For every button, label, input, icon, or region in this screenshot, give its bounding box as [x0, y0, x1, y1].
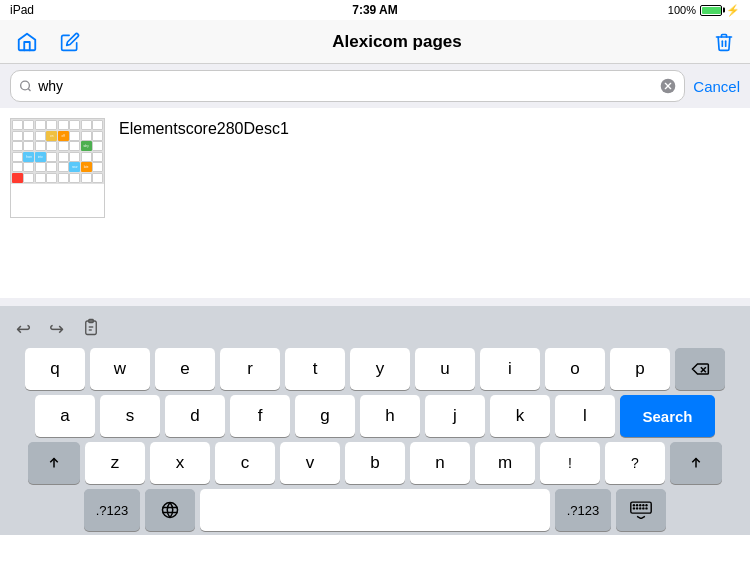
- thumb-grid-inner: as at for of in out who what or but so o…: [11, 119, 104, 184]
- shift-icon: [45, 454, 63, 472]
- redo-button[interactable]: ↪: [45, 316, 68, 342]
- battery-icon: [700, 5, 722, 16]
- thumb-cell: why: [81, 141, 92, 151]
- thumb-cell: right: [58, 173, 69, 183]
- thumb-cell: with: [12, 162, 23, 172]
- thumb-cell: wher: [69, 131, 80, 141]
- num-sym-left-button[interactable]: .?123: [84, 489, 140, 531]
- key-k[interactable]: k: [490, 395, 550, 437]
- search-input[interactable]: [38, 78, 654, 94]
- num-sym-right-button[interactable]: .?123: [555, 489, 611, 531]
- thumb-cell: for: [35, 120, 46, 130]
- key-u[interactable]: u: [415, 348, 475, 390]
- search-key-button[interactable]: Search: [620, 395, 715, 437]
- key-y[interactable]: y: [350, 348, 410, 390]
- key-n[interactable]: n: [410, 442, 470, 484]
- thumb-cell: very: [35, 162, 46, 172]
- search-input-wrap: [10, 70, 685, 102]
- key-c[interactable]: c: [215, 442, 275, 484]
- thumb-cell: off: [58, 131, 69, 141]
- thumb-cell: somet: [35, 173, 46, 183]
- search-bar-container: Cancel: [0, 64, 750, 108]
- thumb-cell: when: [81, 131, 92, 141]
- thumb-cell: on: [46, 131, 57, 141]
- thumb-cell: at: [23, 120, 34, 130]
- key-g[interactable]: g: [295, 395, 355, 437]
- content-area: as at for of in out who what or but so o…: [0, 108, 750, 298]
- key-m[interactable]: m: [475, 442, 535, 484]
- key-j[interactable]: j: [425, 395, 485, 437]
- key-v[interactable]: v: [280, 442, 340, 484]
- cancel-button[interactable]: Cancel: [693, 74, 740, 99]
- thumb-cell: after: [92, 152, 103, 162]
- shift-left-button[interactable]: [28, 442, 80, 484]
- thumb-cell: of: [46, 120, 57, 130]
- thumb-cell: into: [35, 152, 46, 162]
- thumb-cell: first: [69, 173, 80, 183]
- kb-row-1: q w e r t y u i o p: [4, 348, 746, 390]
- key-f[interactable]: f: [230, 395, 290, 437]
- key-w[interactable]: w: [90, 348, 150, 390]
- thumb-cell: alway: [23, 173, 34, 183]
- edit-button[interactable]: [56, 28, 84, 56]
- key-s[interactable]: s: [100, 395, 160, 437]
- key-h[interactable]: h: [360, 395, 420, 437]
- key-d[interactable]: d: [165, 395, 225, 437]
- thumb-cell: out: [69, 120, 80, 130]
- kb-row-2: a s d f g h j k l Search: [4, 395, 746, 437]
- key-t[interactable]: t: [285, 348, 345, 390]
- globe-button[interactable]: [145, 489, 195, 531]
- keyboard-rows: q w e r t y u i o p a s d f g h j: [4, 348, 746, 531]
- battery-fill: [702, 7, 721, 14]
- thumb-cell: &: [12, 141, 23, 151]
- lightning-icon: ⚡: [726, 4, 740, 17]
- spacebar-button[interactable]: [200, 489, 550, 531]
- key-q[interactable]: q: [25, 348, 85, 390]
- home-icon: [16, 31, 38, 53]
- key-r[interactable]: r: [220, 348, 280, 390]
- thumb-cell: from: [23, 152, 34, 162]
- nav-left-actions: [12, 27, 84, 57]
- search-icon: [19, 79, 32, 93]
- thumb-cell: near: [23, 162, 34, 172]
- shift-right-button[interactable]: [670, 442, 722, 484]
- keyboard-toolbar: ↩ ↪: [4, 312, 746, 348]
- trash-button[interactable]: [710, 27, 738, 57]
- undo-button[interactable]: ↩: [12, 316, 35, 342]
- key-i[interactable]: i: [480, 348, 540, 390]
- key-p[interactable]: p: [610, 348, 670, 390]
- paste-button[interactable]: [78, 316, 104, 342]
- keyboard-hide-icon: [630, 501, 652, 519]
- thumb-cell: as: [12, 120, 23, 130]
- keyboard-hide-button[interactable]: [616, 489, 666, 531]
- page-thumbnail[interactable]: as at for of in out who what or but so o…: [10, 118, 105, 218]
- thumb-cell: [35, 141, 46, 151]
- key-exclaim[interactable]: !: [540, 442, 600, 484]
- nav-title: Alexicom pages: [332, 32, 461, 52]
- thumb-cell: what: [92, 120, 103, 130]
- home-button[interactable]: [12, 27, 42, 57]
- key-b[interactable]: b: [345, 442, 405, 484]
- thumb-cell: here: [46, 162, 57, 172]
- status-bar: iPad 7:39 AM 100% ⚡: [0, 0, 750, 20]
- thumb-cell: now: [69, 162, 80, 172]
- key-o[interactable]: o: [545, 348, 605, 390]
- key-e[interactable]: e: [155, 348, 215, 390]
- key-l[interactable]: l: [555, 395, 615, 437]
- status-time: 7:39 AM: [352, 3, 398, 17]
- search-clear-button[interactable]: [660, 78, 676, 94]
- key-x[interactable]: x: [150, 442, 210, 484]
- backspace-button[interactable]: [675, 348, 725, 390]
- thumb-cell: [58, 141, 69, 151]
- shift-right-icon: [687, 454, 705, 472]
- thumb-cell: there: [58, 162, 69, 172]
- key-question[interactable]: ?: [605, 442, 665, 484]
- key-z[interactable]: z: [85, 442, 145, 484]
- kb-row-3: z x c v b n m ! ?: [4, 442, 746, 484]
- battery-percent: 100%: [668, 4, 696, 16]
- thumb-cell: to: [12, 152, 23, 162]
- svg-point-0: [21, 81, 30, 90]
- status-left: iPad: [10, 3, 34, 17]
- key-a[interactable]: a: [35, 395, 95, 437]
- backspace-icon: [690, 361, 710, 377]
